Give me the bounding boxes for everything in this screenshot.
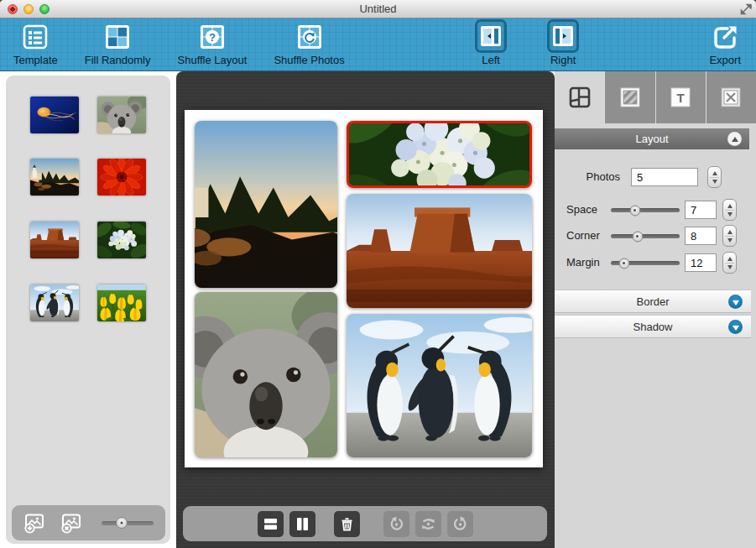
thumbnail-hydrangea[interactable] bbox=[97, 222, 146, 258]
export-label: Export bbox=[709, 54, 741, 66]
space-slider-thumb[interactable] bbox=[629, 205, 640, 216]
remove-photo-button[interactable] bbox=[59, 510, 84, 535]
corner-stepper[interactable] bbox=[722, 225, 737, 247]
border-disclosure-button[interactable] bbox=[728, 295, 743, 309]
svg-text:?: ? bbox=[209, 31, 216, 44]
split-vertical-button[interactable] bbox=[289, 511, 315, 537]
canvas-toolbar bbox=[183, 506, 547, 541]
text-tool-icon: T bbox=[668, 85, 693, 110]
thumbnail-jellyfish[interactable] bbox=[30, 97, 79, 133]
collage-layout-icon bbox=[567, 85, 592, 110]
app-window: Untitled Template bbox=[0, 0, 756, 548]
photos-row: Photos bbox=[555, 166, 756, 188]
space-stepper[interactable] bbox=[722, 199, 737, 221]
thumbnail-zoom-slider[interactable] bbox=[102, 521, 154, 525]
photos-stepper[interactable] bbox=[707, 166, 722, 188]
flip-vertical-icon bbox=[420, 516, 436, 532]
tab-layout[interactable] bbox=[555, 71, 605, 123]
corner-row: Corner bbox=[555, 225, 756, 247]
collage-cell-penguins[interactable] bbox=[347, 314, 532, 457]
add-photo-button[interactable] bbox=[22, 510, 47, 535]
left-panel-toggle-button[interactable]: Left bbox=[475, 19, 507, 66]
thumbnail-desert-butte[interactable] bbox=[30, 222, 79, 258]
corner-slider[interactable] bbox=[611, 234, 680, 238]
shuffle-photos-label: Shuffle Photos bbox=[274, 54, 344, 66]
collage-cell-desert-butte[interactable] bbox=[347, 194, 532, 308]
right-label: Right bbox=[550, 54, 576, 66]
rotate-left-icon bbox=[388, 516, 404, 532]
delete-cell-button[interactable] bbox=[334, 511, 360, 537]
thumbnail-zoom-slider-thumb[interactable] bbox=[116, 517, 128, 529]
shadow-disclosure-button[interactable] bbox=[728, 320, 743, 334]
inspector-tabs: T bbox=[555, 71, 756, 123]
photos-label: Photos bbox=[555, 170, 620, 183]
left-panel-toggle-icon bbox=[475, 19, 507, 53]
layout-section-header[interactable]: Layout bbox=[555, 128, 749, 149]
collage-cell-koala[interactable] bbox=[195, 292, 337, 457]
space-slider[interactable] bbox=[611, 208, 680, 212]
collage-cell-lighthouse[interactable] bbox=[195, 121, 337, 288]
shuffle-photos-icon bbox=[295, 21, 324, 53]
flip-vertical-button[interactable] bbox=[415, 511, 441, 537]
tab-background[interactable] bbox=[605, 71, 655, 123]
shadow-section-title: Shadow bbox=[633, 321, 673, 333]
shadow-section-header[interactable]: Shadow bbox=[555, 315, 751, 338]
right-panel-toggle-button[interactable]: Right bbox=[547, 19, 579, 66]
margin-row: Margin bbox=[555, 252, 756, 274]
thumbnail-koala[interactable] bbox=[97, 97, 146, 133]
tab-text[interactable]: T bbox=[656, 71, 706, 123]
pattern-stripes-icon bbox=[618, 85, 643, 110]
library-toolbar bbox=[12, 505, 165, 540]
corner-label: Corner bbox=[566, 229, 600, 242]
content-area: T Layout Photos bbox=[0, 71, 756, 548]
thumbnail-lighthouse[interactable] bbox=[30, 159, 79, 196]
space-row: Space bbox=[555, 199, 756, 221]
split-horizontal-button[interactable] bbox=[258, 511, 284, 537]
export-icon bbox=[711, 21, 739, 53]
thumbnail-penguins[interactable] bbox=[30, 284, 79, 321]
export-button[interactable]: Export bbox=[709, 21, 741, 66]
window-title: Untitled bbox=[0, 3, 756, 15]
canvas-area bbox=[176, 71, 555, 548]
right-panel-toggle-icon bbox=[547, 19, 579, 53]
border-section-header[interactable]: Border bbox=[555, 290, 751, 313]
left-label: Left bbox=[482, 54, 500, 66]
split-vertical-icon bbox=[295, 516, 310, 532]
remove-photo-icon bbox=[60, 511, 83, 535]
trash-icon bbox=[339, 516, 355, 532]
inspector-panel: T Layout Photos bbox=[555, 71, 756, 548]
fill-randomly-grid-icon bbox=[103, 21, 132, 53]
collapse-section-button[interactable] bbox=[727, 132, 742, 146]
margin-label: Margin bbox=[566, 256, 600, 269]
rotate-left-button[interactable] bbox=[383, 511, 409, 537]
margin-slider[interactable] bbox=[611, 261, 680, 265]
space-label: Space bbox=[566, 203, 597, 216]
photo-library-panel bbox=[6, 76, 170, 544]
rotate-right-icon bbox=[452, 516, 468, 532]
add-photo-icon bbox=[23, 511, 46, 535]
svg-text:T: T bbox=[677, 91, 685, 105]
corner-value-field[interactable] bbox=[685, 227, 717, 245]
fill-randomly-label: Fill Randomly bbox=[85, 54, 151, 66]
tab-clear[interactable] bbox=[706, 71, 756, 123]
template-button[interactable]: Template bbox=[13, 21, 58, 66]
template-list-icon bbox=[21, 21, 50, 53]
margin-stepper[interactable] bbox=[722, 252, 737, 274]
shuffle-layout-icon: ? bbox=[198, 21, 227, 53]
shuffle-layout-button[interactable]: ? Shuffle Layout bbox=[178, 21, 248, 66]
fill-randomly-button[interactable]: Fill Randomly bbox=[85, 21, 151, 66]
photos-count-field[interactable] bbox=[631, 168, 698, 186]
margin-value-field[interactable] bbox=[685, 253, 717, 272]
split-horizontal-icon bbox=[263, 516, 279, 532]
corner-slider-thumb[interactable] bbox=[632, 231, 643, 242]
resize-icon[interactable] bbox=[740, 3, 752, 15]
rotate-right-button[interactable] bbox=[447, 511, 473, 537]
thumbnail-red-flower[interactable] bbox=[97, 159, 146, 196]
shuffle-photos-button[interactable]: Shuffle Photos bbox=[274, 21, 344, 66]
thumbnail-yellow-tulips[interactable] bbox=[97, 284, 146, 321]
margin-slider-thumb[interactable] bbox=[618, 258, 629, 269]
space-value-field[interactable] bbox=[685, 201, 717, 219]
template-label: Template bbox=[13, 54, 58, 66]
collage-cell-hydrangea[interactable] bbox=[347, 121, 532, 188]
clear-x-icon bbox=[718, 85, 743, 110]
